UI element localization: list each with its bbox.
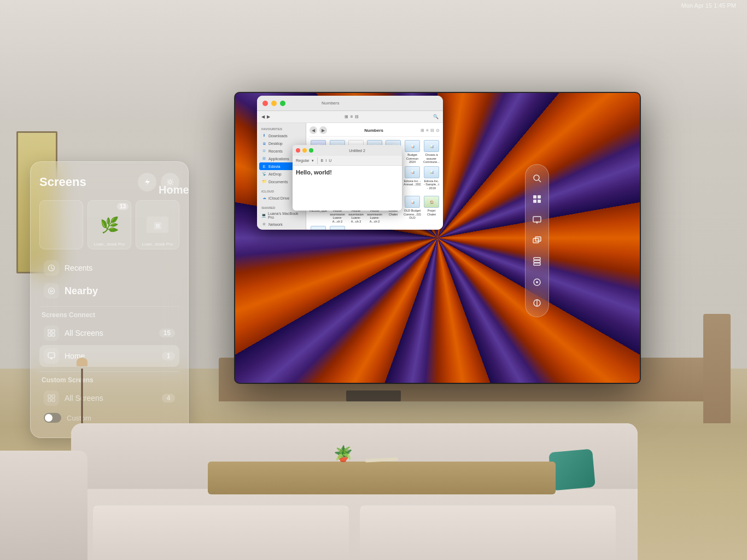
- thumb-document[interactable]: [39, 200, 83, 249]
- file-edovia-sample[interactable]: 📊 Edovia Inc. - Sample...t - 2019: [423, 166, 440, 194]
- text-editor[interactable]: Untitled 2 Regular▾ BIU Hello, world!: [293, 145, 402, 211]
- svg-rect-31: [48, 399, 51, 401]
- finder-window-title: Numbers: [329, 128, 418, 133]
- screen-wallpaper: Numbers ◀▶ ⊞≡⊟ 🔍 Favourites ⬇Downloads 🖥…: [235, 93, 640, 383]
- back-btn[interactable]: ◀: [310, 126, 317, 134]
- file-projet-chalet[interactable]: 🏠 Projet Chalet: [423, 196, 440, 223]
- window-maximize-btn[interactable]: [280, 101, 285, 106]
- finder-titlebar: Numbers: [257, 96, 443, 111]
- editor-close[interactable]: [296, 148, 300, 153]
- file-edovia-annual2022[interactable]: 📊 Edovia Inc. - Annual...2022: [404, 166, 421, 194]
- svg-rect-12: [534, 260, 540, 262]
- toolbar-stack-btn[interactable]: [528, 252, 546, 271]
- svg-rect-29: [48, 395, 51, 398]
- screen-thumbnails-row: 🌿 13 Luan...book Pro ▣ Luan...book Pro: [39, 200, 179, 249]
- forward-btn[interactable]: ▶: [319, 126, 327, 134]
- toolbar-screen-btn[interactable]: [528, 211, 546, 229]
- finder-view-controls: ⊞ ≡ ⊟ ⊙: [421, 128, 440, 133]
- custom-all-badge: 4: [162, 394, 175, 402]
- toolbar-overlap-btn[interactable]: [528, 231, 546, 250]
- window-minimize-btn[interactable]: [271, 101, 277, 106]
- screens-panel: Screens 🌿: [30, 161, 189, 438]
- file-rallonge[interactable]: 📊 Rallonge terrasse: [329, 226, 346, 230]
- plant-emoji: 🪴: [334, 445, 353, 462]
- thumb-label-macbook: Luan...book Pro: [88, 242, 131, 247]
- svg-rect-30: [52, 395, 55, 398]
- chair-left: [0, 451, 87, 560]
- svg-line-1: [539, 180, 541, 182]
- editor-text: Hello, world!: [296, 169, 399, 176]
- toolbar-settings2-btn[interactable]: [528, 294, 546, 312]
- finder-title: Numbers: [322, 101, 339, 106]
- sofa-cushion-right: [360, 505, 616, 560]
- editor-minimize[interactable]: [302, 148, 307, 153]
- toolbar-grid-btn[interactable]: [528, 190, 546, 208]
- home-icon: [44, 348, 59, 364]
- panel-custom-all-screens[interactable]: All Screens 4: [39, 387, 179, 409]
- svg-rect-23: [48, 330, 51, 332]
- window-close-btn[interactable]: [262, 101, 268, 106]
- screens-panel-title: Screens: [39, 175, 86, 189]
- svg-rect-5: [538, 200, 541, 203]
- panel-all-screens[interactable]: All Screens 15: [39, 322, 179, 344]
- svg-point-15: [536, 281, 538, 283]
- svg-rect-26: [52, 334, 55, 336]
- file-old-budget[interactable]: 📊 OLD Budget Commo...022 OLD: [404, 196, 421, 223]
- all-screens-label: All Screens: [65, 329, 154, 337]
- screens-connect-label: Screens Connect: [39, 311, 179, 319]
- svg-point-22: [51, 291, 52, 291]
- bolt-icon-btn[interactable]: [138, 173, 156, 191]
- svg-rect-6: [533, 217, 541, 222]
- floor-lamp: [77, 358, 87, 423]
- editor-maximize[interactable]: [309, 148, 313, 153]
- panel-nearby[interactable]: Nearby: [39, 280, 179, 302]
- bookshelf: [703, 314, 731, 423]
- svg-rect-4: [533, 200, 536, 203]
- thumb-plant[interactable]: 🌿 13 Luan...book Pro: [87, 200, 131, 249]
- lamp-pole: [81, 369, 83, 423]
- sidebar-downloads[interactable]: ⬇Downloads: [259, 132, 304, 139]
- virtual-screen[interactable]: Numbers ◀▶ ⊞≡⊟ 🔍 Favourites ⬇Downloads 🖥…: [235, 93, 640, 383]
- toolbar-settings1-btn[interactable]: [528, 273, 546, 291]
- svg-point-18: [169, 181, 172, 184]
- lamp-shade: [77, 358, 87, 366]
- toolbar-search-btn[interactable]: [528, 169, 546, 188]
- file-budget2024[interactable]: 📊 Budget Commun 2024: [404, 140, 421, 164]
- sofa-cushion-left: [93, 505, 349, 560]
- svg-rect-24: [52, 330, 55, 332]
- panel-divider-2: [39, 371, 179, 372]
- svg-rect-2: [533, 195, 536, 199]
- file-pulse[interactable]: 📊 Pulse: [310, 226, 327, 230]
- sidebar-network[interactable]: ⊕Network: [259, 220, 304, 228]
- file-choses[interactable]: 📊 Choses à assurer Commune...: [423, 140, 440, 164]
- svg-rect-13: [534, 263, 540, 265]
- svg-rect-25: [48, 334, 51, 336]
- panel-recents[interactable]: Recents: [39, 257, 179, 279]
- svg-rect-11: [534, 258, 540, 260]
- thumb-doc-content: [59, 217, 63, 232]
- plant-emoji: 🌿: [100, 216, 119, 234]
- panel-divider-1: [39, 306, 179, 307]
- panel-home[interactable]: Home 1: [39, 345, 179, 367]
- coffee-table: [208, 462, 556, 494]
- toggle-knob: [45, 414, 52, 422]
- custom-toggle[interactable]: [44, 413, 61, 423]
- finder-toolbar: ◀▶ ⊞≡⊟ 🔍: [257, 111, 443, 123]
- svg-rect-3: [538, 195, 541, 199]
- svg-rect-27: [48, 353, 55, 358]
- editor-toolbar: Regular▾ BIU: [293, 156, 402, 166]
- recents-icon: [44, 260, 59, 276]
- right-toolbar: [525, 164, 549, 317]
- nearby-icon: [44, 283, 59, 299]
- custom-screens-label: Custom Screens: [39, 376, 179, 384]
- home-badge: 1: [162, 352, 175, 360]
- thumb-screen3[interactable]: ▣ Luan...book Pro: [136, 200, 179, 249]
- all-screens-badge: 15: [159, 329, 175, 337]
- editor-title: Untitled 2: [316, 149, 399, 153]
- finder-nav-toolbar: ◀ ▶ Numbers ⊞ ≡ ⊟ ⊙: [310, 126, 440, 137]
- editor-content-area[interactable]: Hello, world!: [293, 166, 402, 179]
- sidebar-macbook[interactable]: 💻Luana's MacBook Pro: [259, 211, 304, 220]
- status-bar-time: Mon Apr 15 1:45 PM: [681, 2, 736, 9]
- svg-rect-10: [535, 237, 541, 241]
- thumb-label-screen3: Luan...book Pro: [136, 242, 179, 247]
